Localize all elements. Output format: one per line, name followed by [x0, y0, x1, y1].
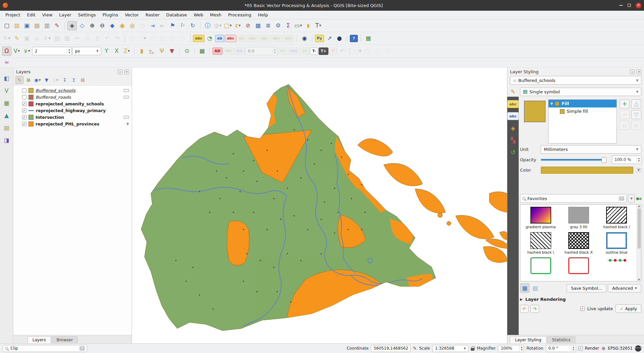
lock-scale-icon[interactable] [471, 348, 474, 351]
menu-view[interactable]: View [39, 11, 56, 18]
redo-edit-button[interactable]: ↷ [113, 34, 122, 43]
symbol-item[interactable]: hashed black X [560, 232, 597, 255]
highlight-labels-button[interactable]: abc [225, 35, 236, 42]
apply-button[interactable]: ✓Apply [616, 304, 641, 313]
show-hide-labels-button[interactable]: abc [247, 35, 258, 42]
symbology-tab[interactable]: ✎ [507, 87, 519, 97]
labels-tab-button[interactable]: abc [507, 100, 519, 108]
elevation-profile-button[interactable]: ↗ [325, 34, 334, 43]
diagrams-tab-button[interactable]: ▚ [509, 136, 517, 144]
zoom-out-button[interactable]: ⊖ [98, 21, 107, 30]
messages-icon[interactable]: ••• [635, 345, 641, 352]
new-print-layout-button[interactable]: ▤ [32, 21, 42, 30]
copy-features-button[interactable]: ▫ [82, 34, 92, 43]
pan-to-selection-button[interactable]: ◇ [77, 21, 87, 30]
move-rotate-label-button[interactable]: abc [259, 35, 270, 42]
add-mesh-layer-button[interactable]: ▲ [2, 111, 11, 120]
scale-combobox[interactable]: 1:326568▼ [432, 345, 468, 352]
color-dropdown[interactable]: ▼ [636, 168, 641, 172]
vertex-tool-button[interactable]: ×▼ [42, 34, 52, 43]
show-bookmarks-button[interactable]: ⚐ [178, 21, 187, 30]
style-manager-icon[interactable]: ●a [636, 196, 641, 201]
symbol-tree-simplefill-row[interactable]: Simple fill [549, 107, 617, 115]
placemark-tool-button[interactable]: ▼ [167, 47, 177, 56]
simplify-feature-button[interactable]: ◌ [158, 34, 167, 43]
list-view-toggle-button[interactable]: ▤ [530, 283, 540, 293]
scroll-down-icon[interactable]: ▼ [638, 278, 640, 281]
tab-layer-styling[interactable]: Layer Styling [510, 336, 546, 343]
collapse-all-button[interactable]: ↥ [70, 76, 78, 84]
open-project-button[interactable]: ▨ [12, 21, 21, 30]
expander-icon[interactable]: ▶ [520, 297, 523, 301]
undo-edit-button[interactable]: ↶ [103, 34, 112, 43]
enable-tracing-button[interactable]: Z▼ [122, 47, 131, 56]
symbol-search-input[interactable]: Favorites ✕ [520, 194, 627, 203]
save-symbol-button[interactable]: Save Symbol... [567, 284, 606, 292]
layer-item[interactable]: ✓reprojected_PHL_provinces▼ [13, 120, 132, 127]
elevation-profile-curve-button[interactable]: ≈ [2, 58, 11, 67]
zoom-to-layer-button[interactable]: ◎ [128, 21, 137, 30]
text-annotation-button[interactable]: T▼ [314, 21, 323, 30]
spin-arrows[interactable]: ▲▼ [67, 48, 71, 54]
favorites-filter-dropdown[interactable]: ▼ [628, 194, 635, 203]
tab-statistics[interactable]: Statistics [547, 336, 576, 343]
zoom-next-button[interactable]: ► [158, 21, 167, 30]
layer-checkbox[interactable]: ✓ [22, 102, 26, 106]
processing-model-button[interactable]: ◨ [2, 136, 11, 145]
styling-layer-select[interactable]: ▱ Buffered_schools ▼ [510, 76, 641, 85]
manage-map-themes-button[interactable]: ◉▼ [34, 76, 42, 84]
zoom-native-button[interactable]: ◌ [138, 21, 147, 30]
layer-checkbox[interactable]: ✓ [22, 108, 26, 113]
styling-float-button[interactable]: ▫ [630, 70, 635, 74]
menu-edit[interactable]: Edit [23, 11, 39, 18]
opacity-slider[interactable] [541, 159, 606, 161]
digitize-shape-button[interactable]: ◌ [128, 34, 137, 43]
filter-by-expression-button[interactable]: ε▼ [52, 76, 60, 84]
menu-raster[interactable]: Raster [142, 11, 163, 18]
edit-map-style-button[interactable]: ▩ [197, 47, 207, 56]
add-raster-layer-button[interactable]: ▦ [2, 98, 11, 108]
show-layout-manager-button[interactable]: ▥ [42, 21, 52, 30]
magnifier-spinbox[interactable]: 100%▲▼ [498, 345, 524, 352]
menu-project[interactable]: Project [2, 11, 23, 18]
duplicate-symbol-layer-button[interactable]: ▫ [620, 121, 630, 130]
locator-search-input[interactable]: Clip ✕ [3, 345, 87, 352]
osm-place-search-button[interactable]: ⊙ [182, 47, 192, 56]
lock-symbol-color-button[interactable]: ∪ [631, 121, 641, 130]
renderer-select[interactable]: Single symbol ▼ [520, 88, 641, 96]
menu-help[interactable]: Help [255, 11, 271, 18]
sum-features-button[interactable]: Σ [283, 21, 293, 30]
python-console-button[interactable]: Py [315, 35, 324, 42]
add-group-button[interactable]: ⊞ [24, 76, 33, 84]
zoom-last-button[interactable]: ◄ [148, 21, 157, 30]
history-tab-button[interactable]: ↺ [509, 148, 517, 156]
symbol-item[interactable]: gradient plasma [522, 207, 560, 230]
delete-selected-button[interactable]: ▥ [62, 34, 72, 43]
crs-status[interactable]: EPSG:32651 [608, 346, 633, 351]
decrease-label-size-button[interactable]: T- [310, 48, 318, 55]
add-part-button[interactable]: ◌ [178, 34, 187, 43]
processing-toolbox-button[interactable]: ⚙ [273, 21, 283, 30]
style-undo-button[interactable]: ↶ [520, 305, 529, 313]
rotate-feature-button[interactable]: ◌ [148, 34, 157, 43]
help-contents-button[interactable]: ? [350, 35, 358, 42]
digitizing-warning-button[interactable]: !! [329, 48, 337, 55]
menu-settings[interactable]: Settings [75, 11, 99, 18]
maximize-button[interactable] [628, 4, 631, 7]
coordinate-field[interactable]: 560519,1468562 [371, 345, 410, 352]
measure-line-button[interactable]: ▭▼ [294, 21, 303, 30]
topological-editing-button[interactable]: Y [102, 47, 111, 56]
adjacent-mode-button[interactable]: ADJ [288, 48, 300, 55]
add-polygon-feature-button[interactable]: ⌂ [32, 34, 42, 43]
move-symbol-down-button[interactable]: ▽ [631, 110, 641, 119]
rotation-mode-button[interactable]: RO [235, 48, 245, 55]
snapping-mode-button[interactable]: V▼ [12, 47, 21, 56]
tab-layers[interactable]: Layers [27, 336, 51, 343]
symbol-item[interactable]: hashed black \ [522, 232, 560, 255]
spin-arrows[interactable]: ▲▼ [636, 157, 641, 163]
geometry-fix-button[interactable]: ◌ [373, 47, 382, 56]
deselect-features-button[interactable]: ⊘ [243, 21, 253, 30]
scrollbar-handle[interactable] [638, 208, 641, 249]
layer-item[interactable]: Buffered_schools [13, 87, 132, 94]
icon-view-toggle-button[interactable]: ▦ [520, 283, 529, 293]
